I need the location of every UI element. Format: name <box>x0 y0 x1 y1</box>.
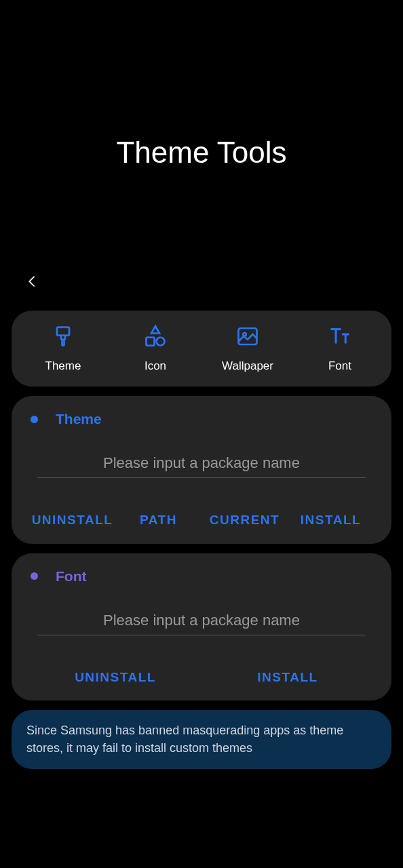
theme-package-input[interactable] <box>37 449 366 478</box>
theme-current-button[interactable]: CURRENT <box>203 512 286 529</box>
page-title: Theme Tools <box>0 136 403 170</box>
tab-wallpaper[interactable]: Wallpaper <box>202 324 294 373</box>
category-tabs: Theme Icon Wallpaper <box>12 311 391 387</box>
svg-point-2 <box>157 338 165 346</box>
font-section: Font UNINSTALL INSTALL <box>12 553 391 701</box>
theme-section-header: Theme <box>31 411 372 427</box>
notice-text: Since Samsung has banned masquerading ap… <box>26 722 377 756</box>
theme-uninstall-button[interactable]: UNINSTALL <box>31 512 114 529</box>
shapes-icon <box>143 324 168 349</box>
tab-icon-label: Icon <box>145 359 166 373</box>
dot-icon <box>31 416 38 423</box>
font-actions: UNINSTALL INSTALL <box>31 669 372 686</box>
font-icon <box>328 324 352 349</box>
back-nav <box>0 170 403 292</box>
chevron-left-icon <box>24 272 39 291</box>
tab-theme-label: Theme <box>45 359 81 373</box>
tab-wallpaper-label: Wallpaper <box>222 359 273 373</box>
tab-font[interactable]: Font <box>294 324 386 373</box>
content: Theme Icon Wallpaper <box>0 292 403 769</box>
font-input-wrap <box>31 606 372 635</box>
theme-install-button[interactable]: INSTALL <box>289 512 372 529</box>
image-icon <box>235 324 260 349</box>
back-button[interactable] <box>22 271 42 292</box>
font-uninstall-button[interactable]: UNINSTALL <box>31 669 200 686</box>
theme-section-title: Theme <box>56 411 102 427</box>
tab-font-label: Font <box>328 359 351 373</box>
notice-card: Since Samsung has banned masquerading ap… <box>12 710 391 768</box>
theme-path-button[interactable]: PATH <box>117 512 200 529</box>
font-section-header: Font <box>31 568 372 585</box>
theme-input-wrap <box>31 449 372 478</box>
svg-rect-1 <box>147 338 155 346</box>
brush-icon <box>51 324 75 349</box>
header: Theme Tools <box>0 0 403 170</box>
svg-rect-0 <box>57 328 69 336</box>
tab-icon[interactable]: Icon <box>109 324 202 373</box>
dot-icon <box>31 572 38 580</box>
font-section-title: Font <box>56 568 86 585</box>
font-package-input[interactable] <box>37 606 366 635</box>
tab-theme[interactable]: Theme <box>17 324 109 373</box>
theme-section: Theme UNINSTALL PATH CURRENT INSTALL <box>12 396 391 544</box>
theme-actions: UNINSTALL PATH CURRENT INSTALL <box>31 512 372 529</box>
font-install-button[interactable]: INSTALL <box>203 669 372 686</box>
